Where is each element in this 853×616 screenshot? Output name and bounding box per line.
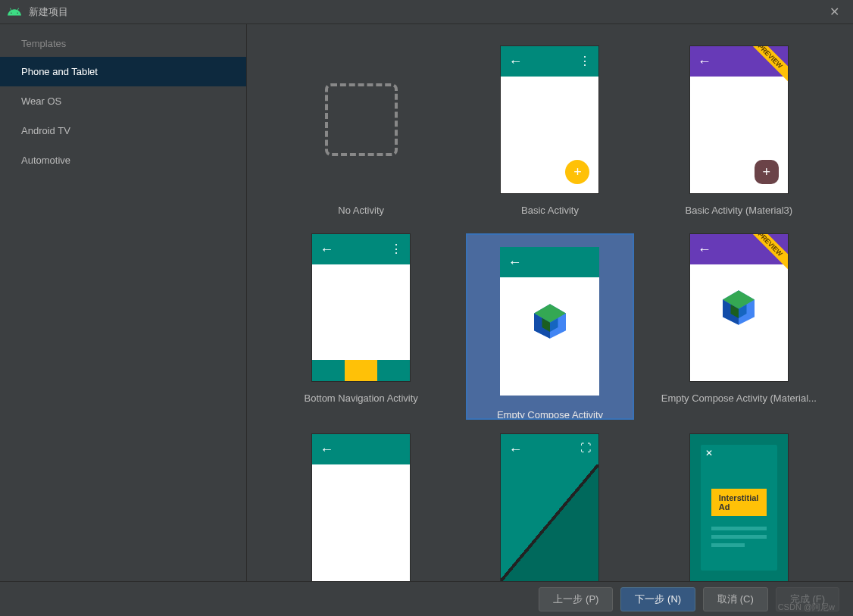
finish-button: 完成 (F) [776, 587, 839, 611]
appbar: ←⋮ [312, 234, 410, 264]
template-label: Basic Activity (Material3) [686, 205, 793, 220]
footer: 上一步 (P) 下一步 (N) 取消 (C) 完成 (F) [0, 581, 853, 616]
template-label: Empty Compose Activity [467, 403, 632, 418]
compose-icon [529, 300, 571, 342]
sidebar-item-wear-os[interactable]: Wear OS [0, 86, 246, 116]
template-basic-activity-m3[interactable]: ←⋮ PREVIEW + Basic Activity (Material3) [655, 45, 823, 220]
fullscreen-icon: ⛶ [580, 442, 591, 454]
fab-icon: + [755, 160, 779, 184]
sidebar: Templates Phone and Tablet Wear OS Andro… [0, 24, 247, 581]
sidebar-header: Templates [0, 30, 246, 57]
back-icon: ← [320, 442, 333, 458]
thumb: ✕ Interstitial Ad [689, 433, 789, 581]
template-fullscreen-activity[interactable]: ←⛶ [466, 433, 633, 581]
template-gallery: No Activity ←⋮ + Basic Activity ←⋮ PREVI… [247, 24, 853, 581]
sidebar-item-label: Automotive [21, 155, 70, 166]
appbar: ←⋮ [501, 46, 598, 77]
main: Templates Phone and Tablet Wear OS Andro… [0, 24, 853, 581]
back-icon: ← [698, 242, 711, 258]
back-icon: ← [698, 54, 711, 70]
window-title: 新建项目 [29, 5, 823, 19]
sidebar-item-label: Android TV [21, 125, 70, 136]
bottomnav [312, 360, 410, 381]
cancel-button[interactable]: 取消 (C) [703, 587, 768, 611]
close-icon: ✕ [705, 448, 713, 458]
thumb-empty [325, 83, 398, 156]
template-empty-compose-m3[interactable]: ← PREVIEW Empty Compose Activity (Materi… [655, 233, 823, 420]
compose-icon [717, 286, 760, 329]
ad-lines [711, 527, 767, 547]
back-icon: ← [508, 442, 522, 458]
template-label: No Activity [338, 205, 384, 220]
template-basic-activity[interactable]: ←⋮ + Basic Activity [466, 45, 633, 220]
more-icon: ⋮ [390, 246, 402, 252]
template-empty-activity[interactable]: ← [277, 433, 445, 581]
android-icon [8, 8, 21, 17]
thumb-body [501, 464, 598, 581]
template-ad-activity[interactable]: ✕ Interstitial Ad [655, 433, 823, 581]
thumb-body: ✕ Interstitial Ad [701, 445, 777, 571]
template-label: Basic Activity [521, 205, 579, 220]
sidebar-item-label: Wear OS [21, 95, 61, 107]
sidebar-item-android-tv[interactable]: Android TV [0, 116, 246, 145]
titlebar: 新建项目 ✕ [0, 0, 853, 24]
sidebar-item-automotive[interactable]: Automotive [0, 145, 246, 175]
template-empty-compose[interactable]: ← Empty Compose Activity [466, 233, 633, 420]
thumb: ←⋮ [311, 233, 411, 382]
sidebar-item-label: Phone and Tablet [21, 66, 98, 77]
thumb: ← [311, 433, 411, 581]
appbar: ← [500, 247, 599, 277]
template-bottom-navigation[interactable]: ←⋮ Bottom Navigation Activity [277, 233, 445, 420]
thumb: ← PREVIEW [689, 233, 789, 382]
sidebar-item-phone-tablet[interactable]: Phone and Tablet [0, 57, 246, 86]
next-button[interactable]: 下一步 (N) [620, 587, 695, 611]
appbar: ← [312, 434, 410, 464]
fab-icon: + [565, 160, 589, 184]
template-label: Bottom Navigation Activity [305, 392, 418, 408]
close-button[interactable]: ✕ [823, 1, 845, 23]
ad-badge: Interstitial Ad [711, 489, 767, 516]
thumb: ←⛶ [500, 433, 599, 581]
thumb: ←⋮ PREVIEW + [689, 45, 789, 194]
template-label: Empty Compose Activity (Material... [661, 392, 817, 408]
template-no-activity[interactable]: No Activity [277, 45, 445, 220]
back-icon: ← [320, 242, 333, 258]
back-icon: ← [508, 54, 522, 70]
thumb: ←⋮ + [500, 45, 599, 194]
more-icon: ⋮ [579, 58, 591, 64]
thumb: ← [500, 247, 599, 396]
back-icon: ← [508, 255, 521, 270]
appbar: ←⛶ [501, 434, 598, 464]
prev-button[interactable]: 上一步 (P) [539, 587, 613, 611]
